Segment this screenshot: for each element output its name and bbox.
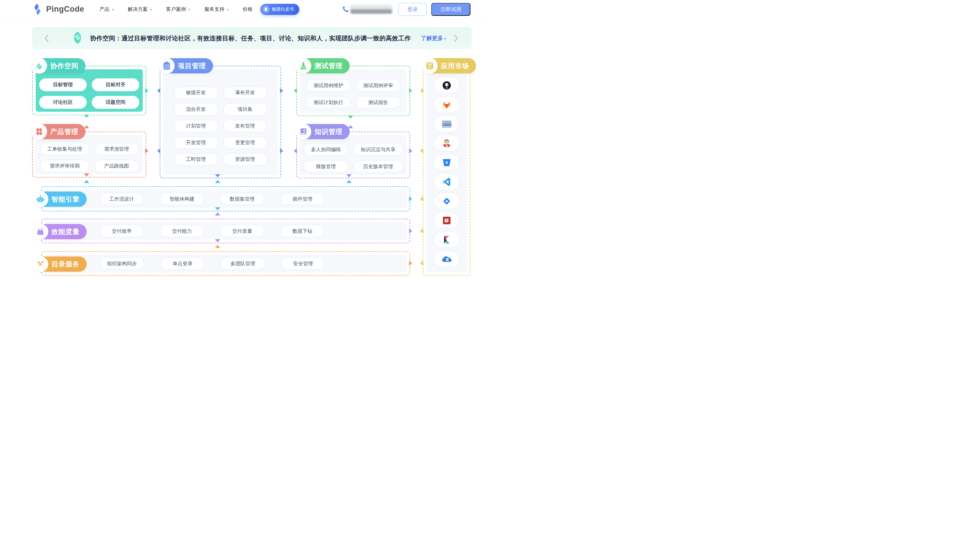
connector-arrow-left <box>420 88 423 93</box>
module-directory-panel: 组织架构同步单点登录多团队管理安全管理 <box>45 255 407 272</box>
menu-item-support[interactable]: 服务支持▼ <box>205 6 229 13</box>
module-collaboration: 协作空间 目标管理目标对齐讨论社区话题空间 <box>32 66 146 115</box>
connector-arrow-right <box>280 148 283 153</box>
module-marketplace-header: 应用市场 <box>422 58 476 73</box>
feature-pill: 插件管理 <box>280 193 324 205</box>
module-metrics-header: 效能度量 <box>33 224 87 239</box>
module-marketplace: 应用市场 <box>423 66 471 276</box>
chevron-down-icon: ▼ <box>188 8 191 12</box>
feature-pill: 数据下钻 <box>280 225 324 237</box>
feature-pill: 智能体构建 <box>160 193 204 205</box>
jenkins-icon <box>442 138 451 148</box>
connector-arrow-down <box>215 239 220 242</box>
flask-icon <box>295 58 311 74</box>
menu-item-products[interactable]: 产品▼ <box>100 6 114 13</box>
module-marketplace-panel <box>426 69 467 272</box>
feature-pill: 项目集 <box>223 103 267 115</box>
module-knowledge-header: 知识管理 <box>296 124 350 139</box>
menu-item-customers[interactable]: 客户案例▼ <box>166 6 191 13</box>
feature-pill: 多人协同编辑 <box>304 143 348 155</box>
module-knowledge: 知识管理 多人协同编辑知识沉淀与共享模版管理历史版本管理 <box>296 132 410 178</box>
connector-arrow-left <box>420 260 423 266</box>
phone-icon <box>342 5 349 13</box>
jira-icon <box>442 197 451 206</box>
app-pill-cloud-database <box>434 251 460 267</box>
login-button[interactable]: 登录 <box>399 3 427 16</box>
banner-next-button[interactable] <box>451 35 461 42</box>
module-project-header: 项目管理 <box>159 58 213 73</box>
module-metrics-panel: 交付效率交付能力交付质量数据下钻 <box>45 222 407 240</box>
feature-pill: 工单收集与处理 <box>40 143 90 155</box>
feature-pill: 交付效率 <box>100 225 144 237</box>
contact-phone <box>342 5 392 14</box>
connector-arrow-left <box>294 148 297 153</box>
book-icon <box>295 124 311 140</box>
module-test: 测试管理 测试用例维护测试用例评审测试计划执行测试报告 <box>296 66 410 116</box>
main-menu: 产品▼ 解决方案▼ 客户案例▼ 服务支持▼ 价格 <box>100 6 253 13</box>
module-knowledge-panel: 多人协同编辑知识沉淀与共享模版管理历史版本管理 <box>300 135 407 175</box>
menu-item-solutions[interactable]: 解决方案▼ <box>128 6 153 13</box>
chevron-down-icon: ▼ <box>226 8 229 12</box>
feature-pill: 计划管理 <box>174 120 218 132</box>
connector-arrow-down <box>215 174 220 178</box>
connector-arrow-right <box>409 148 412 153</box>
bar-chart-icon <box>32 224 48 240</box>
module-project: 项目管理 敏捷开发瀑布开发混合开发项目集计划管理发布管理开发管理变更管理工时管理… <box>160 66 281 178</box>
feature-pill: 发布管理 <box>223 120 267 132</box>
banner-title: 协作空间：通过目标管理和讨论社区，有效连接目标、任务、项目、讨论、知识和人，实现… <box>90 34 411 42</box>
banner-learn-more-link[interactable]: 了解更多› <box>421 35 446 42</box>
feature-pill: 讨论社区 <box>39 96 87 109</box>
nav-actions: 登录 立即试用 <box>342 3 471 16</box>
app-pill-github <box>434 77 460 93</box>
feature-pill: 开发管理 <box>174 137 218 149</box>
feature-pill: 工时管理 <box>174 153 218 165</box>
connector-arrow-up <box>215 212 220 215</box>
chevron-down-icon: ▼ <box>150 8 153 12</box>
connector-arrow-right <box>409 228 412 233</box>
gitee-icon <box>442 217 451 225</box>
handshake-icon <box>31 58 47 74</box>
feature-pill: 测试报告 <box>356 96 401 108</box>
module-product-panel: 工单收集与处理需求池管理需求评审排期产品路线图 <box>36 135 143 174</box>
connector-arrow-down <box>346 174 352 178</box>
module-collaboration-panel: 目标管理目标对齐讨论社区话题空间 <box>36 69 143 112</box>
feature-pill: 测试计划执行 <box>306 96 351 108</box>
feature-pill: 知识沉淀与共享 <box>354 143 403 155</box>
connector-arrow-up <box>84 180 89 183</box>
connector-arrow-right <box>409 196 412 202</box>
module-directory-header: 目录服务 <box>33 257 87 272</box>
product-architecture-diagram: 协作空间 目标管理目标对齐讨论社区话题空间 产品管理 工单收集与处理需求池管理需… <box>0 58 489 280</box>
feature-pill: 资源管理 <box>223 153 267 165</box>
module-metrics: 效能度量 交付效率交付能力交付质量数据下钻 <box>41 219 410 243</box>
pingcode-logo[interactable]: PingCode <box>32 3 84 15</box>
agile-whitepaper-badge[interactable]: 敏捷白皮书 <box>260 4 299 15</box>
robot-icon <box>32 191 48 207</box>
feature-pill: 混合开发 <box>174 103 218 115</box>
module-product: 产品管理 工单收集与处理需求池管理需求评审排期产品路线图 <box>32 132 146 178</box>
menu-item-pricing[interactable]: 价格 <box>243 6 253 13</box>
phone-number-blurred <box>350 5 392 14</box>
module-product-header: 产品管理 <box>32 124 85 139</box>
feature-pill: 目标管理 <box>39 78 87 91</box>
pingcode-product-page: PingCode 产品▼ 解决方案▼ 客户案例▼ 服务支持▼ 价格 敏捷白皮书 <box>0 0 489 280</box>
try-now-button[interactable]: 立即试用 <box>431 3 471 16</box>
connector-arrow-right <box>145 148 149 153</box>
bitbucket-icon <box>442 158 451 167</box>
connector-arrow-right <box>409 260 412 266</box>
book-icon <box>262 5 270 13</box>
module-directory: 目录服务 组织架构同步单点登录多团队管理安全管理 <box>41 251 410 276</box>
feature-pill: 工作流设计 <box>100 193 144 205</box>
connector-arrow-down <box>84 173 89 177</box>
connector-arrow-left <box>420 196 423 202</box>
feature-pill: 多团队管理 <box>221 257 265 270</box>
chevron-down-icon: ▼ <box>111 8 114 12</box>
connector-arrow-down <box>348 115 353 119</box>
feature-pill: 数据集管理 <box>220 193 264 205</box>
handshake-icon <box>71 31 84 46</box>
banner-prev-button[interactable] <box>42 35 52 42</box>
app-pill-bitbucket <box>434 154 460 171</box>
app-pill-gitee <box>434 212 460 229</box>
connector-arrow-left <box>157 88 160 93</box>
feature-pill: 交付能力 <box>160 225 204 237</box>
connector-arrow-up <box>84 125 89 128</box>
